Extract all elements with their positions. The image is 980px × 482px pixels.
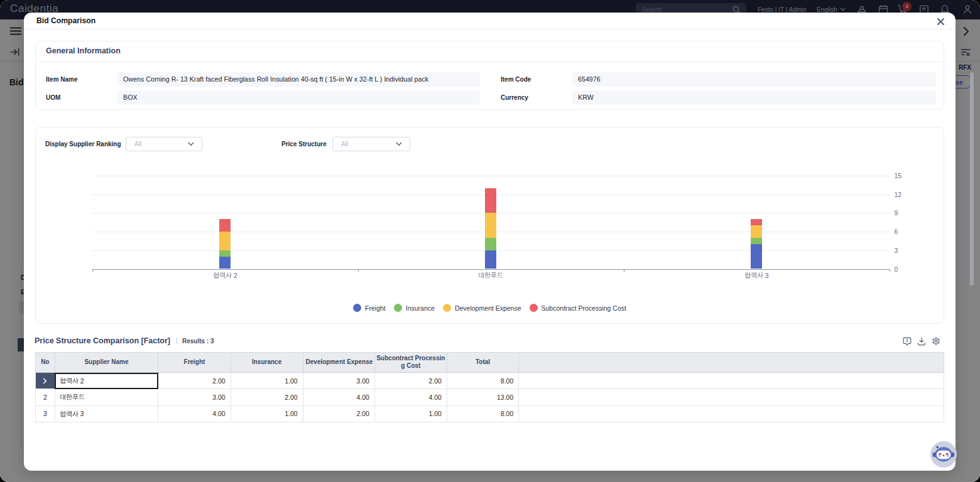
title-separator <box>177 338 177 345</box>
stacked-bar-chart: 03691215 2 3 <box>36 127 944 323</box>
filler-cell <box>519 389 944 405</box>
bar-segment[interactable] <box>485 238 496 250</box>
price-structure-table: NoSupplier NameFreightInsuranceDevelopme… <box>35 352 944 422</box>
card-divider <box>36 62 944 62</box>
legend-dot-icon <box>353 304 361 312</box>
column-header[interactable]: Subcontract Processing Cost <box>374 352 447 373</box>
legend-label: Subcontract Processing Cost <box>542 304 626 312</box>
bar-segment[interactable] <box>219 219 231 232</box>
legend-item[interactable]: Subcontract Processing Cost <box>530 304 626 312</box>
item-code-value: 654976 <box>572 72 936 87</box>
insurance-cell[interactable]: 1.00 <box>231 373 303 389</box>
gear-icon[interactable] <box>932 337 940 346</box>
subcontract-cell[interactable]: 4.00 <box>374 389 447 405</box>
legend-label: Insurance <box>406 304 435 312</box>
y-axis-tick-label: 0 <box>895 266 898 272</box>
legend-item[interactable]: Freight <box>353 304 386 312</box>
bid-comparison-modal: Bid Comparison General Information Item … <box>24 13 956 471</box>
download-icon[interactable] <box>917 337 926 346</box>
supplier-name-cell[interactable] <box>55 389 158 405</box>
x-axis-tick <box>624 269 624 272</box>
row-number[interactable]: 2 <box>36 389 55 405</box>
bar-segment[interactable] <box>751 238 762 244</box>
legend-dot-icon <box>394 304 402 312</box>
y-axis-tick-label: 9 <box>895 210 898 216</box>
x-axis-category-label: 3 <box>719 272 794 279</box>
bar-segment[interactable] <box>751 244 762 269</box>
item-code-label: Item Code <box>501 72 531 87</box>
results-count: Results : 3 <box>182 338 214 345</box>
legend-item[interactable]: Development Expense <box>443 304 521 312</box>
freight-cell[interactable]: 4.00 <box>158 405 231 422</box>
x-axis-tick <box>92 269 93 272</box>
supplier-name-cell[interactable]: 2 <box>55 373 158 389</box>
chart-legend: FreightInsuranceDevelopment ExpenseSubco… <box>36 304 944 312</box>
chatbot-launcher[interactable] <box>930 441 957 468</box>
column-header[interactable]: Supplier Name <box>55 352 158 373</box>
page-scrollbar-thumb[interactable] <box>970 72 974 286</box>
development-cell[interactable]: 3.00 <box>303 373 374 389</box>
column-header-filler <box>519 352 944 373</box>
chart-card: Display Supplier Ranking All Price Struc… <box>35 127 944 324</box>
item-name-label: Item Name <box>46 72 78 87</box>
insurance-cell[interactable]: 1.00 <box>231 405 303 422</box>
currency-value: KRW <box>572 90 936 105</box>
column-header[interactable]: Insurance <box>231 352 303 373</box>
y-axis-tick-label: 12 <box>895 191 902 198</box>
bar-segment[interactable] <box>485 213 496 238</box>
insurance-cell[interactable]: 2.00 <box>231 389 303 405</box>
freight-cell[interactable]: 3.00 <box>158 389 231 405</box>
general-information-card: General Information Item Name Owens Corn… <box>35 41 944 110</box>
filler-cell <box>519 373 944 389</box>
modal-title: Bid Comparison <box>36 13 95 29</box>
legend-label: Development Expense <box>455 304 521 312</box>
general-information-title: General Information <box>46 46 121 55</box>
column-header[interactable]: Total <box>447 352 518 373</box>
table-title: Price Structure Comparison [Factor] <box>35 336 170 345</box>
legend-label: Freight <box>365 304 386 312</box>
table-title-bar: Price Structure Comparison [Factor] Resu… <box>35 335 214 346</box>
chart-gridline <box>92 176 890 176</box>
column-header[interactable]: No <box>36 352 55 373</box>
subcontract-cell[interactable]: 1.00 <box>374 405 447 422</box>
currency-label: Currency <box>501 90 528 105</box>
total-cell[interactable]: 8.00 <box>447 373 518 389</box>
info-bubble-icon[interactable] <box>903 337 912 346</box>
selected-row-chevron-icon[interactable] <box>36 373 55 389</box>
subcontract-cell[interactable]: 2.00 <box>374 373 447 389</box>
uom-label: UOM <box>46 90 60 105</box>
table-row[interactable]: 22.001.003.002.008.00 <box>36 373 944 389</box>
x-axis-category-label: 2 <box>187 272 263 279</box>
uom-value: BOX <box>117 90 480 105</box>
development-cell[interactable]: 4.00 <box>303 389 374 405</box>
y-axis-tick-label: 3 <box>895 247 898 254</box>
development-cell[interactable]: 2.00 <box>303 405 374 422</box>
total-cell[interactable]: 8.00 <box>447 405 518 422</box>
x-axis-tick <box>890 269 890 272</box>
bar-segment[interactable] <box>219 250 231 257</box>
bar-segment[interactable] <box>485 188 496 213</box>
table-row[interactable]: 23.002.004.004.0013.00 <box>36 389 944 405</box>
table-row[interactable]: 3 34.001.002.001.008.00 <box>36 405 944 422</box>
legend-dot-icon <box>443 304 451 312</box>
close-icon[interactable] <box>934 14 947 28</box>
filler-cell <box>519 405 944 422</box>
bar-segment[interactable] <box>219 232 231 250</box>
row-number[interactable]: 3 <box>36 405 55 422</box>
column-header[interactable]: Development Expense <box>303 352 374 373</box>
bar-segment[interactable] <box>751 225 762 238</box>
y-axis-tick-label: 6 <box>895 228 898 235</box>
column-header[interactable]: Freight <box>158 352 231 373</box>
legend-item[interactable]: Insurance <box>394 304 435 312</box>
bar-segment[interactable] <box>751 219 762 225</box>
bar-segment[interactable] <box>485 250 496 269</box>
modal-header: Bid Comparison <box>24 13 956 29</box>
freight-cell[interactable]: 2.00 <box>158 373 231 389</box>
y-axis-tick-label: 15 <box>895 173 902 179</box>
supplier-name-cell[interactable]: 3 <box>55 405 158 422</box>
screen: Caidentia Search Festo | IT | Admin Engl… <box>0 0 980 482</box>
total-cell[interactable]: 13.00 <box>447 389 518 405</box>
x-axis-tick <box>358 269 359 272</box>
x-axis-line <box>92 269 890 270</box>
bar-segment[interactable] <box>219 257 231 269</box>
